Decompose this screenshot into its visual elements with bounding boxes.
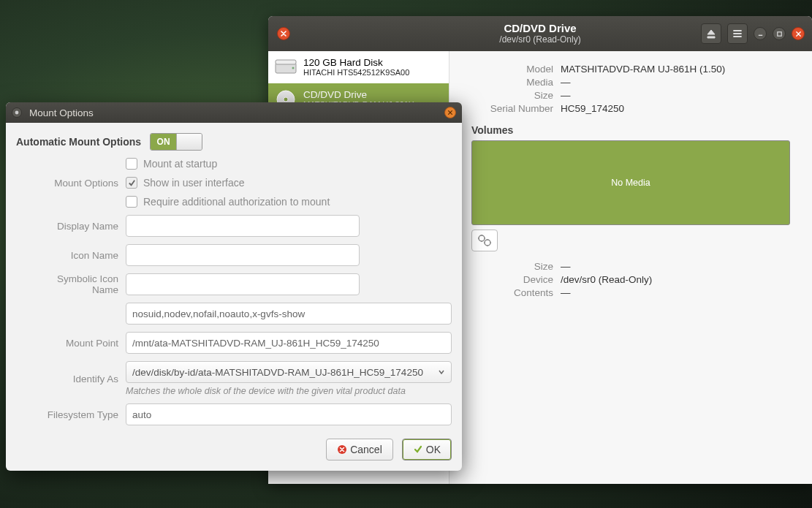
no-media-text: No Media [611, 178, 650, 188]
svg-rect-0 [777, 31, 781, 35]
ok-button-label: OK [426, 444, 441, 455]
eject-button[interactable] [701, 23, 721, 44]
checkbox-require-auth[interactable] [126, 196, 137, 208]
dialog-close-button[interactable] [444, 107, 456, 118]
checkbox-require-auth-label: Require additional authorization to moun… [143, 196, 330, 208]
switch-on-text: ON [151, 134, 176, 150]
ok-icon [413, 444, 423, 455]
cancel-icon [337, 444, 347, 455]
checkbox-mount-startup[interactable] [126, 158, 137, 170]
identify-as-hint: Matches the whole disk of the device wit… [126, 386, 452, 396]
label-media: Media [471, 77, 553, 88]
identify-as-combo[interactable]: /dev/disk/by-id/ata-MATSHITADVD-RAM_UJ-8… [126, 361, 452, 383]
volume-options-button[interactable] [471, 230, 498, 251]
cancel-button[interactable]: Cancel [326, 439, 393, 460]
cancel-button-label: Cancel [350, 444, 382, 455]
window-subtitle: /dev/sr0 (Read-Only) [499, 35, 580, 45]
automatic-mount-label: Automatic Mount Options [16, 136, 141, 148]
window-title: CD/DVD Drive [499, 23, 580, 35]
volumes-heading: Volumes [471, 124, 790, 136]
detail-pane: ModelMATSHITADVD-RAM UJ-861H (1.50) Medi… [449, 51, 812, 484]
icon-name-input[interactable] [126, 244, 360, 266]
mount-point-input[interactable] [126, 332, 452, 354]
minimize-button[interactable] [754, 27, 767, 40]
checkbox-show-ui[interactable] [126, 177, 137, 189]
symbolic-icon-label: Symbolic Icon Name [16, 273, 118, 295]
value-vol-size: — [561, 261, 571, 272]
display-name-input[interactable] [126, 215, 360, 237]
chevron-down-icon [438, 368, 445, 376]
display-name-label: Display Name [16, 221, 118, 232]
label-vol-size: Size [471, 261, 553, 272]
label-serial: Serial Number [471, 103, 553, 114]
mount-options-dialog: Mount Options Automatic Mount Options ON… [6, 102, 462, 471]
mount-options-label: Mount Options [16, 178, 118, 189]
filesystem-type-input[interactable] [126, 403, 452, 425]
label-model: Model [471, 64, 553, 75]
device-name: 120 GB Hard Disk [303, 58, 409, 69]
checkbox-show-ui-label: Show in user interface [143, 177, 245, 189]
svg-point-5 [284, 97, 288, 102]
svg-point-6 [479, 235, 485, 241]
device-sub: HITACHI HTS542512K9SA00 [303, 68, 409, 77]
label-vol-device: Device [471, 274, 553, 285]
switch-knob [176, 134, 202, 150]
mount-point-label: Mount Point [16, 338, 118, 349]
identify-as-label: Identify As [16, 374, 118, 384]
label-vol-contents: Contents [471, 287, 553, 298]
value-model: MATSHITADVD-RAM UJ-861H (1.50) [561, 64, 725, 75]
svg-point-8 [15, 111, 19, 115]
value-size: — [561, 90, 571, 101]
device-name: CD/DVD Drive [303, 90, 414, 101]
close-button-right[interactable] [792, 27, 805, 40]
icon-name-label: Icon Name [16, 250, 118, 261]
mount-options-input[interactable] [126, 303, 452, 325]
svg-point-3 [292, 67, 295, 69]
symbolic-icon-input[interactable] [126, 273, 360, 295]
close-button-left[interactable] [277, 27, 290, 40]
label-size: Size [471, 90, 553, 101]
value-vol-device: /dev/sr0 (Read-Only) [561, 274, 652, 285]
ok-button[interactable]: OK [402, 439, 452, 460]
harddisk-icon [274, 56, 297, 79]
automatic-mount-switch[interactable]: ON [150, 133, 202, 151]
value-vol-contents: — [561, 287, 571, 298]
disks-titlebar: CD/DVD Drive /dev/sr0 (Read-Only) [268, 16, 812, 51]
value-media: — [561, 77, 571, 88]
identify-as-value: /dev/disk/by-id/ata-MATSHITADVD-RAM_UJ-8… [132, 367, 423, 378]
dialog-title: Mount Options [29, 107, 94, 118]
svg-rect-2 [276, 60, 296, 64]
svg-point-7 [485, 240, 490, 246]
checkbox-mount-startup-label: Mount at startup [143, 158, 217, 170]
dialog-titlebar: Mount Options [6, 102, 462, 123]
volume-area[interactable]: No Media [471, 140, 790, 225]
menu-button[interactable] [727, 23, 748, 44]
filesystem-type-label: Filesystem Type [16, 409, 118, 420]
maximize-button[interactable] [773, 27, 786, 40]
device-harddisk[interactable]: 120 GB Hard Disk HITACHI HTS542512K9SA00 [268, 51, 449, 83]
value-serial: HC59_174250 [561, 103, 624, 114]
dialog-sysmenu-icon[interactable] [12, 107, 22, 118]
